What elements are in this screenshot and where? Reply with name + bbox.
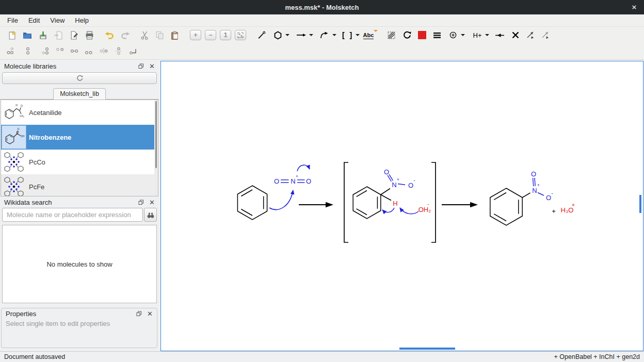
- library-item-nitrobenzene[interactable]: OOH Nitrobenzene: [1, 125, 158, 150]
- zoom-original-button[interactable]: 1: [219, 28, 232, 42]
- mechanism-arrow-water-to-h[interactable]: [400, 208, 418, 214]
- pcco-structure-icon: [2, 151, 26, 173]
- shrink-bond-button[interactable]: [493, 28, 506, 42]
- align-bottom-button[interactable]: [6, 46, 15, 56]
- reaction-arrow-1[interactable]: [299, 202, 333, 207]
- shrink-bond-icon: [495, 32, 505, 38]
- properties-float-button[interactable]: [136, 311, 142, 317]
- drawing-canvas[interactable]: O N + O: [160, 61, 643, 351]
- wikidata-close-button[interactable]: ✕: [149, 199, 155, 206]
- delete-button[interactable]: [509, 28, 522, 42]
- svg-text:CH₃: CH₃: [20, 115, 24, 118]
- reaction-arrow-dropdown[interactable]: [308, 28, 315, 42]
- library-item-pcco[interactable]: PcCo: [1, 150, 158, 174]
- hatch-selection-button[interactable]: [384, 28, 398, 42]
- hydrogen-dropdown[interactable]: [484, 28, 491, 42]
- wikidata-search-input[interactable]: [2, 208, 143, 222]
- rotate-button[interactable]: [400, 28, 414, 42]
- align-top-button[interactable]: [41, 46, 50, 56]
- nucleophile-charge: -: [427, 201, 429, 207]
- draw-bond-button[interactable]: [254, 28, 268, 42]
- rotate-icon: [403, 30, 412, 40]
- wikidata-float-button[interactable]: [138, 200, 144, 205]
- mechanism-arrow-dropdown[interactable]: [331, 28, 338, 42]
- benzene-molecule[interactable]: [237, 186, 267, 220]
- hydronium-ion[interactable]: H₃O +: [561, 202, 575, 214]
- wikidata-empty-message: No molecules to show: [46, 260, 112, 268]
- wikidata-search-button[interactable]: [144, 208, 157, 222]
- menu-file[interactable]: File: [2, 15, 23, 26]
- library-list-scrollbar[interactable]: [154, 100, 158, 196]
- charge-button[interactable]: [446, 28, 460, 42]
- set-coordinates-button[interactable]: [128, 46, 138, 56]
- properties-close-button[interactable]: ✕: [147, 310, 153, 318]
- line-width-button[interactable]: [430, 28, 444, 42]
- ring-tool-dropdown[interactable]: [284, 28, 291, 42]
- undo-button[interactable]: [103, 28, 116, 42]
- main-toolbar: + − 1 [ ] Abc: [0, 27, 644, 43]
- libraries-float-button[interactable]: [138, 63, 144, 69]
- new-button[interactable]: [5, 28, 19, 42]
- color-picker-button[interactable]: [415, 28, 429, 42]
- align-vertical-button[interactable]: [23, 46, 33, 56]
- redo-button[interactable]: [118, 28, 132, 42]
- merge-atoms-button[interactable]: [70, 46, 79, 56]
- library-item-acetanilide[interactable]: HOCH₃ Acetanilide: [1, 100, 158, 125]
- import-icon: [54, 31, 63, 40]
- bracket-tool-button[interactable]: [ ]: [341, 28, 355, 42]
- mechanism-arrow-benzene-to-n[interactable]: [269, 190, 293, 209]
- reaction-arrow-2[interactable]: [442, 202, 478, 207]
- titlebar: mess.msk* - Molsketch ×: [0, 0, 644, 14]
- canvas-vertical-scrollbar[interactable]: [639, 195, 641, 213]
- paste-button[interactable]: [168, 28, 181, 42]
- window-close-button[interactable]: ×: [630, 3, 639, 11]
- align-horizontal-button[interactable]: [84, 46, 93, 56]
- charge-dropdown[interactable]: [459, 28, 466, 42]
- flip-horizontal-button[interactable]: [55, 46, 65, 56]
- library-refresh-button[interactable]: [2, 72, 157, 84]
- open-button[interactable]: [21, 28, 34, 42]
- tab-molsketch-lib[interactable]: Molsketch_lib: [53, 88, 106, 100]
- mechanism-arrow-icon: [320, 31, 330, 39]
- save-button[interactable]: [36, 28, 50, 42]
- hydrogen-button[interactable]: H+: [471, 28, 484, 42]
- nitrobenzene-product[interactable]: O N + O -: [490, 170, 553, 226]
- zoom-fit-button[interactable]: [234, 28, 247, 42]
- zoom-in-icon: +: [190, 30, 201, 40]
- import-button[interactable]: [52, 28, 65, 42]
- distribute-horizontal-button[interactable]: [99, 46, 108, 56]
- menu-edit[interactable]: Edit: [23, 15, 45, 26]
- nitronium-o-right: O: [306, 177, 311, 185]
- export-button[interactable]: [67, 28, 81, 42]
- canvas-horizontal-scrollbar[interactable]: [399, 348, 455, 350]
- copy-button[interactable]: [153, 28, 166, 42]
- svg-text:O: O: [21, 104, 23, 107]
- set-coordinates-icon: [128, 46, 138, 56]
- distribute-vertical-button[interactable]: [114, 46, 123, 56]
- menu-view[interactable]: View: [45, 15, 70, 26]
- mechanism-pen-2-button[interactable]: [539, 28, 552, 42]
- intermediate-brackets[interactable]: [344, 162, 436, 242]
- bracket-icon: [ ]: [342, 31, 353, 39]
- library-item-pcfe[interactable]: PcFe: [1, 174, 158, 196]
- mechanism-arrow-no-bond[interactable]: [297, 165, 310, 171]
- product-o-right: O: [546, 194, 551, 202]
- properties-panel-title: Properties: [6, 310, 131, 318]
- print-button[interactable]: [83, 28, 96, 42]
- menu-help[interactable]: Help: [70, 15, 94, 26]
- libraries-close-button[interactable]: ✕: [149, 62, 155, 70]
- mechanism-arrow-h-to-ring[interactable]: [382, 208, 394, 212]
- nitronium-ion[interactable]: O N + O: [274, 174, 311, 185]
- wikidata-panel-header: Wikidata search ✕: [0, 197, 159, 207]
- ring-tool-button[interactable]: [271, 28, 284, 42]
- zoom-in-button[interactable]: +: [189, 28, 202, 42]
- reaction-arrow-button[interactable]: [295, 28, 308, 42]
- cut-button[interactable]: [138, 28, 151, 42]
- zoom-out-button[interactable]: −: [204, 28, 217, 42]
- bracket-tool-dropdown[interactable]: [354, 28, 361, 42]
- mechanism-arrow-button[interactable]: [318, 28, 331, 42]
- library-item-label: PcCo: [29, 158, 45, 166]
- hydroxide-nucleophile[interactable]: OH₂ -: [418, 201, 431, 213]
- text-tool-button[interactable]: Abc: [364, 28, 377, 42]
- mechanism-pen-1-button[interactable]: [524, 28, 537, 42]
